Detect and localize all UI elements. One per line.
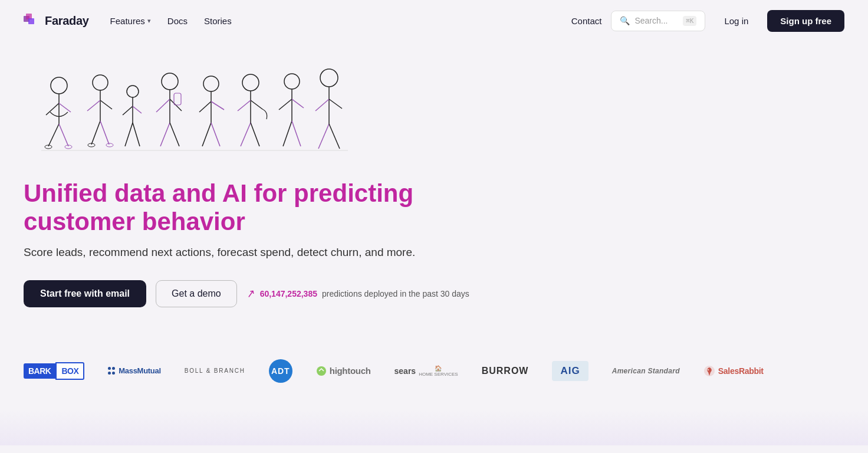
svg-point-21 bbox=[162, 73, 178, 90]
login-button[interactable]: Log in bbox=[715, 11, 758, 31]
svg-point-57 bbox=[317, 366, 326, 376]
predictions-text: predictions deployed in the past 30 days bbox=[322, 289, 469, 298]
nav-links: Features ▾ Docs Stories bbox=[110, 16, 232, 26]
signup-button[interactable]: Sign up free bbox=[767, 10, 844, 32]
svg-line-18 bbox=[133, 106, 142, 113]
hero-section: Unified data and AI for predicting custo… bbox=[0, 41, 708, 343]
hero-title: Unified data and AI for predicting custo… bbox=[24, 179, 436, 237]
svg-line-12 bbox=[100, 100, 112, 109]
svg-rect-2 bbox=[28, 18, 34, 24]
nav-right: Contact 🔍 Search... ⌘K Log in Sign up fr… bbox=[571, 10, 844, 32]
svg-line-50 bbox=[318, 124, 329, 149]
svg-point-59 bbox=[708, 369, 709, 370]
svg-point-3 bbox=[51, 77, 67, 94]
bottom-section bbox=[0, 410, 868, 445]
nav-features[interactable]: Features ▾ bbox=[110, 16, 151, 26]
logo[interactable]: Faraday bbox=[24, 12, 89, 29]
svg-rect-27 bbox=[174, 93, 181, 105]
svg-line-33 bbox=[211, 123, 220, 146]
svg-line-8 bbox=[59, 124, 68, 146]
trend-arrow-icon: ↗ bbox=[245, 286, 257, 300]
svg-line-14 bbox=[100, 121, 109, 145]
svg-line-5 bbox=[46, 103, 59, 115]
logo-salesrabbit: SalesRabbit bbox=[703, 365, 764, 377]
get-demo-button[interactable]: Get a demo bbox=[156, 280, 237, 307]
svg-line-38 bbox=[241, 123, 251, 146]
logo-adt: ADT bbox=[269, 359, 292, 383]
logo-hightouch: hightouch bbox=[316, 366, 371, 376]
svg-point-40 bbox=[284, 74, 300, 89]
svg-point-46 bbox=[320, 69, 338, 87]
svg-line-13 bbox=[91, 121, 100, 145]
search-icon: 🔍 bbox=[620, 16, 630, 25]
logo-barkbox: BARK BOX bbox=[24, 362, 84, 380]
svg-line-30 bbox=[199, 101, 211, 112]
svg-line-43 bbox=[292, 99, 304, 108]
svg-point-9 bbox=[93, 75, 108, 90]
svg-point-34 bbox=[242, 74, 259, 91]
logo-sears: sears 🏠 HOME SERVICES bbox=[394, 365, 458, 377]
svg-line-19 bbox=[125, 123, 133, 146]
svg-line-20 bbox=[133, 123, 140, 146]
logo-bollandbranch: BOLL & BRANCH bbox=[185, 367, 245, 374]
svg-line-48 bbox=[315, 99, 329, 111]
navbar: Faraday Features ▾ Docs Stories Contact … bbox=[0, 0, 868, 41]
predictions-badge: ↗ 60,147,252,385 predictions deployed in… bbox=[246, 287, 469, 300]
hero-subtitle: Score leads, recommend next actions, for… bbox=[24, 246, 425, 259]
svg-line-36 bbox=[238, 100, 251, 111]
chevron-down-icon: ▾ bbox=[147, 17, 151, 25]
svg-line-11 bbox=[87, 100, 100, 111]
faraday-logo-icon bbox=[24, 12, 40, 29]
logo-text: Faraday bbox=[45, 14, 89, 28]
logo-american-standard: American Standard bbox=[612, 367, 680, 375]
svg-line-25 bbox=[160, 123, 170, 146]
start-free-button[interactable]: Start free with email bbox=[24, 280, 146, 307]
logo-burrow: BURROW bbox=[482, 366, 529, 376]
svg-line-7 bbox=[48, 124, 59, 146]
search-placeholder: Search... bbox=[634, 16, 678, 25]
hero-actions: Start free with email Get a demo ↗ 60,14… bbox=[24, 280, 684, 307]
hero-illustration bbox=[24, 59, 684, 179]
nav-contact[interactable]: Contact bbox=[571, 16, 602, 26]
svg-line-42 bbox=[279, 99, 292, 110]
nav-stories[interactable]: Stories bbox=[204, 16, 232, 26]
svg-line-26 bbox=[170, 123, 179, 146]
svg-line-37 bbox=[251, 100, 262, 109]
svg-line-31 bbox=[211, 101, 224, 110]
svg-line-49 bbox=[329, 99, 342, 109]
svg-line-23 bbox=[156, 99, 170, 112]
svg-line-45 bbox=[292, 121, 301, 146]
svg-point-28 bbox=[203, 76, 219, 91]
nav-docs[interactable]: Docs bbox=[167, 16, 188, 26]
svg-line-32 bbox=[202, 123, 211, 146]
search-box[interactable]: 🔍 Search... ⌘K bbox=[611, 11, 705, 31]
nav-left: Faraday Features ▾ Docs Stories bbox=[24, 12, 232, 29]
svg-line-6 bbox=[59, 103, 71, 112]
svg-line-44 bbox=[283, 121, 292, 146]
svg-point-56 bbox=[106, 143, 113, 147]
search-shortcut: ⌘K bbox=[683, 16, 696, 26]
logo-massmutual: MassMutual bbox=[108, 366, 160, 375]
svg-line-17 bbox=[123, 106, 133, 115]
svg-line-51 bbox=[329, 124, 340, 149]
logos-strip: BARK BOX MassMutual BOLL & BRANCH ADT bbox=[0, 343, 868, 404]
svg-line-39 bbox=[251, 123, 259, 146]
logo-aig: AIG bbox=[552, 361, 588, 381]
svg-point-15 bbox=[127, 86, 139, 97]
predictions-number: 60,147,252,385 bbox=[260, 289, 317, 298]
